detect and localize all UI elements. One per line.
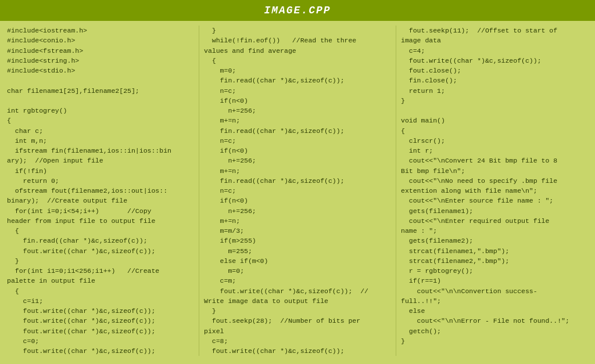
page-title: IMAGE.CPP — [264, 5, 331, 16]
code-column-2: } while(!fin.eof()) //Read the three val… — [199, 26, 396, 356]
title-bar: IMAGE.CPP — [0, 0, 595, 21]
code-column-1: #include<iostream.h> #include<conio.h> #… — [2, 26, 199, 356]
code-column-3: fout.seekp(11); //Offset to start of ima… — [396, 26, 593, 356]
code-area: #include<iostream.h> #include<conio.h> #… — [0, 21, 595, 361]
